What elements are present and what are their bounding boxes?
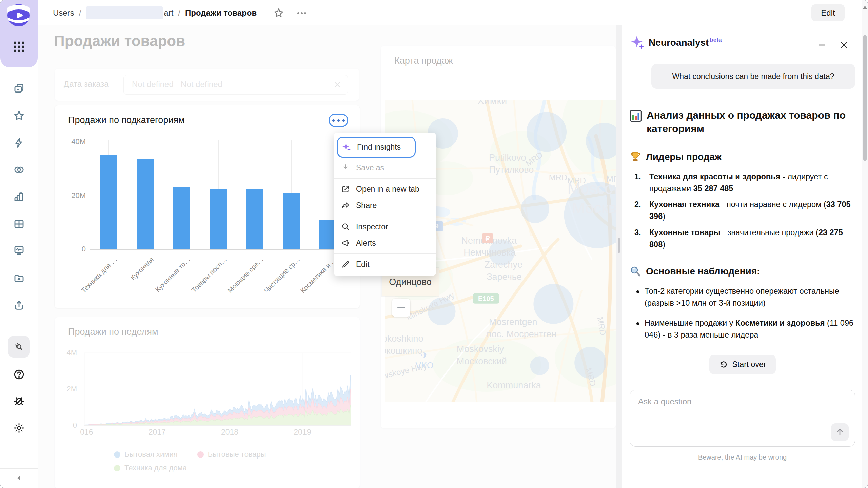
legend-item[interactable]: Бытовая химия — [114, 450, 178, 459]
y-tick-label: 20M — [68, 191, 86, 200]
sidebar-item-monitor-icon[interactable] — [13, 244, 25, 257]
menu-item-inspector[interactable]: Inspector — [334, 219, 436, 235]
sidebar-item-help-icon[interactable] — [13, 368, 25, 381]
breadcrumb-current: Продажи товаров — [185, 8, 257, 18]
bar-2[interactable] — [173, 187, 190, 249]
input-placeholder: Ask a question — [638, 397, 691, 406]
menu-item-alerts[interactable]: Alerts — [334, 235, 436, 251]
question-input[interactable]: Ask a question — [630, 390, 855, 447]
y-tick-label: 2M — [61, 385, 77, 393]
svg-text:2018: 2018 — [221, 428, 238, 436]
menu-item-edit[interactable]: Edit — [334, 256, 436, 272]
breadcrumb-masked-item[interactable] — [86, 6, 163, 19]
sidebar-collapse-button[interactable] — [0, 468, 38, 488]
scrollbar-thumb[interactable] — [863, 35, 867, 161]
sidebar-item-bolt-icon[interactable] — [13, 137, 25, 149]
legend-item[interactable]: Бытовые товары — [197, 450, 266, 459]
ai-response-heading: Анализ данных о продажах товаров по кате… — [630, 108, 855, 136]
clear-filter-icon[interactable] — [333, 80, 342, 89]
date-filter-value: Not defined - Not defined — [132, 80, 222, 89]
top-header: Users / art / Продажи товаров Edit — [38, 0, 868, 25]
sidebar-item-bar-chart-icon[interactable] — [13, 191, 25, 203]
x-category-label: Техника для … — [80, 256, 119, 294]
svg-text:Заречье: Заречье — [487, 272, 522, 282]
legend-dot — [114, 465, 120, 471]
sidebar-item-table-icon[interactable] — [13, 218, 25, 230]
breadcrumb-root[interactable]: Users — [53, 8, 74, 18]
bar-1[interactable] — [137, 159, 154, 249]
breadcrumb-separator: / — [178, 8, 180, 18]
favorite-star-icon[interactable] — [273, 7, 284, 18]
scroll-up-arrow[interactable] — [863, 6, 867, 9]
sidebar-item-folders-icon[interactable] — [13, 82, 25, 95]
sidebar-brand-area — [0, 0, 38, 67]
legend-dot — [114, 451, 120, 458]
svg-text:Московский: Московский — [457, 356, 507, 366]
breadcrumb-more-icon[interactable] — [296, 8, 307, 19]
sidebar-item-bug-icon[interactable] — [13, 395, 25, 407]
sidebar-item-plug-icon[interactable] — [8, 336, 30, 358]
svg-text:Кокошкино: Кокошкино — [385, 346, 422, 356]
observations-heading: Основные наблюдения: — [630, 266, 855, 277]
observation-item-1: Топ-2 категории существенно опережают ос… — [630, 285, 855, 309]
map-bubble-9 — [530, 356, 549, 375]
weekly-chart-widget: Продажи по неделям 201620172018201902M4M… — [55, 317, 360, 488]
neuroanalyst-panel: Neuroanalystbeta What conclusions can be… — [622, 25, 863, 488]
bar-3[interactable] — [210, 189, 227, 249]
start-over-button[interactable]: Start over — [709, 355, 776, 374]
breadcrumb-masked-tail[interactable]: art — [164, 8, 173, 18]
map-zoom-out-button[interactable] — [392, 299, 410, 317]
arrow-up-icon — [835, 427, 845, 437]
menu-divider — [334, 253, 436, 254]
dashboard-area: Продажи товаров Дата заказа Not defined … — [38, 25, 616, 488]
sidebar-item-overlap-circles-icon[interactable] — [13, 164, 25, 176]
map-title: Карта продаж — [394, 56, 453, 66]
sidebar-item-upload-icon[interactable] — [13, 299, 25, 311]
send-button[interactable] — [831, 423, 849, 441]
bar-chart-emoji — [630, 110, 642, 122]
sidebar-item-folder-icon[interactable] — [13, 272, 25, 284]
legend-item[interactable]: Техника для дома — [114, 464, 187, 472]
panel-title: Neuroanalystbeta — [649, 37, 722, 48]
ai-disclaimer: Beware, the AI may be wrong — [622, 453, 863, 461]
apps-grid-icon[interactable] — [13, 40, 25, 53]
svg-text:₽: ₽ — [486, 235, 490, 242]
x-category-label: Товары посл… — [190, 256, 229, 294]
menu-item-find-insights[interactable]: Find insights — [337, 137, 416, 158]
widget-menu-button[interactable] — [329, 114, 348, 127]
svg-text:MRD: MRD — [567, 176, 586, 185]
sidebar-item-star-icon[interactable] — [13, 109, 25, 122]
trophy-emoji — [630, 151, 641, 163]
svg-text:Mosrentgen: Mosrentgen — [489, 317, 537, 327]
menu-item-save-as[interactable]: Save as — [334, 160, 436, 176]
sidebar-item-gear-icon[interactable] — [13, 422, 25, 434]
svg-text:Kokoshkino: Kokoshkino — [385, 333, 423, 344]
bar-0[interactable] — [100, 155, 117, 249]
ai-response: Анализ данных о продажах товаров по кате… — [630, 108, 855, 374]
menu-item-open-new-tab[interactable]: Open in a new tab — [334, 181, 436, 197]
observation-item-2: Наименьшие продажи у Косметики и здоровь… — [630, 317, 855, 341]
menu-divider — [334, 216, 436, 216]
sidebar — [0, 0, 38, 488]
minimize-icon[interactable] — [817, 40, 827, 50]
window-scrollbar[interactable] — [862, 0, 868, 488]
svg-text:Немчиновка: Немчиновка — [463, 247, 516, 258]
menu-item-share[interactable]: Share — [334, 197, 436, 214]
y-tick-label: 0 — [61, 421, 77, 430]
x-category-label: Чистящие ср… — [262, 256, 301, 294]
date-filter-input[interactable]: Not defined - Not defined — [123, 75, 348, 95]
bar-5[interactable] — [283, 193, 300, 249]
x-category-label: Кухонные то… — [154, 256, 192, 293]
panel-resize-gutter[interactable] — [616, 25, 622, 488]
edit-dashboard-button[interactable]: Edit — [811, 4, 845, 21]
leaders-heading: Лидеры продаж — [630, 151, 855, 163]
close-icon[interactable] — [839, 40, 849, 50]
breadcrumb: Users / art / Продажи товаров — [53, 0, 257, 25]
bar-4[interactable] — [246, 189, 263, 249]
drag-handle[interactable] — [618, 238, 620, 253]
datalens-logo[interactable] — [7, 4, 30, 27]
minus-icon — [397, 307, 405, 308]
observations-list: Топ-2 категории существенно опережают ос… — [630, 285, 855, 341]
svg-text:MRD: MRD — [607, 174, 616, 183]
leader-item-3: 3.Кухонные товары - значительные продажи… — [630, 227, 855, 250]
